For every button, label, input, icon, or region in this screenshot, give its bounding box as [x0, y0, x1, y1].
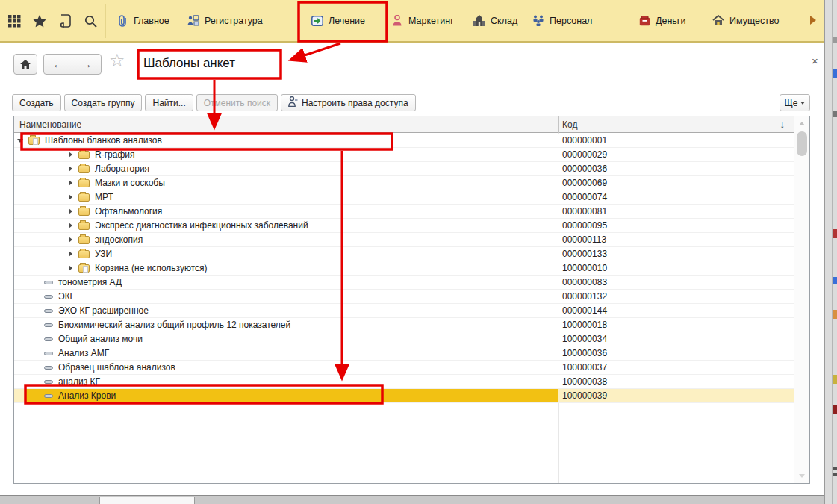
table-row[interactable]: Мазки и соскобы000000069 [14, 176, 794, 190]
toolbar-button[interactable]: Найти... [145, 94, 193, 111]
table-row[interactable]: анализ КГ100000038 [14, 375, 794, 389]
table-row[interactable]: Анализ АМГ100000036 [14, 346, 794, 361]
row-name: Корзина (не используются) [95, 263, 208, 273]
row-code: 000000001 [562, 135, 607, 146]
expand-triangle-icon[interactable] [69, 265, 72, 271]
toolbar-button[interactable]: Создать группу [64, 94, 143, 111]
toolbar-button-label: Создать [19, 98, 54, 108]
table-row[interactable]: Лаборатория000000036 [14, 162, 794, 176]
expand-triangle-icon[interactable] [69, 208, 72, 214]
table-row[interactable]: эндоскопия000000113 [14, 233, 794, 247]
edge-marker [833, 405, 837, 414]
back-button[interactable]: ← [44, 55, 72, 74]
code-cell: 100000038 [558, 375, 794, 388]
table-row[interactable]: Биохимический анализ общий профиль 12 по… [14, 318, 794, 332]
column-header-code[interactable]: Код [562, 119, 577, 130]
expand-triangle-icon[interactable] [69, 223, 72, 228]
sort-direction-icon[interactable]: ↓ [780, 119, 785, 130]
list-item-icon [44, 394, 53, 398]
folder-icon [28, 137, 40, 145]
table-row[interactable]: МРТ000000074 [14, 190, 794, 205]
topbar-tab[interactable]: Регистратура [187, 0, 263, 41]
code-cell: 100000039 [558, 389, 794, 402]
code-cell: 100000036 [558, 346, 794, 360]
code-cell: 000000095 [558, 219, 794, 232]
caret-down-icon [800, 102, 805, 105]
edge-marker [833, 229, 837, 238]
scrollbar-thumb[interactable] [797, 131, 807, 156]
toolbar-button-label: Отменить поиск [204, 98, 270, 108]
table-row[interactable]: ЭКГ000000132 [14, 290, 794, 304]
row-name: Общий анализ мочи [58, 334, 143, 344]
table-row[interactable]: ЭХО КГ расширенное000000144 [14, 304, 794, 318]
name-cell: Образец шаблона анализов [14, 361, 558, 374]
home-button[interactable] [13, 54, 37, 75]
code-cell: 100000010 [558, 261, 794, 275]
apps-grid-icon[interactable] [7, 13, 22, 28]
row-name: УЗИ [95, 249, 112, 259]
toolbar-button[interactable]: Создать [12, 94, 61, 111]
table-row-selected[interactable]: Анализ Крови100000039 [14, 389, 794, 403]
name-cell: Анализ АМГ [14, 346, 558, 360]
close-icon[interactable]: × [812, 55, 818, 67]
row-code: 100000018 [562, 320, 607, 330]
table-row[interactable]: Общий анализ мочи100000034 [14, 332, 794, 346]
topbar-tab[interactable]: Лечение [311, 0, 365, 41]
row-code: 000000036 [562, 164, 607, 174]
row-name: Анализ Крови [58, 391, 116, 401]
table-row[interactable]: тонометрия АД000000083 [14, 276, 794, 290]
name-cell: ЭХО КГ расширенное [14, 304, 558, 317]
table-row[interactable]: R-графия000000029 [14, 148, 794, 162]
expand-triangle-icon[interactable] [69, 194, 72, 200]
table-row[interactable]: Корзина (не используются)100000010 [14, 261, 794, 276]
scroll-down-icon[interactable] [799, 474, 805, 478]
name-cell: анализ КГ [14, 375, 558, 388]
topbar-tab[interactable]: Деньги [638, 0, 685, 41]
row-name: Лаборатория [95, 164, 149, 174]
expand-triangle-icon[interactable] [69, 152, 72, 158]
collapse-triangle-icon[interactable] [17, 139, 23, 143]
topbar-tab[interactable]: Склад [473, 0, 517, 41]
scroll-up-icon[interactable] [799, 122, 805, 125]
row-code: 100000036 [562, 348, 607, 358]
code-cell: 100000037 [558, 361, 794, 374]
expand-triangle-icon[interactable] [69, 180, 72, 186]
taskbar-active-window-button[interactable] [99, 497, 195, 504]
tabs-overflow-arrow-icon[interactable] [810, 16, 816, 25]
staff-icon [532, 15, 544, 27]
expand-triangle-icon[interactable] [69, 237, 72, 243]
row-code: 100000034 [562, 334, 607, 344]
code-cell: 000000074 [558, 190, 794, 204]
favorite-star-icon[interactable]: ☆ [109, 52, 125, 69]
person-access-icon [288, 96, 298, 109]
forward-button[interactable]: → [72, 55, 101, 74]
vertical-scrollbar[interactable] [794, 116, 809, 483]
expand-triangle-icon[interactable] [69, 166, 72, 172]
name-cell: УЗИ [14, 247, 558, 261]
favorites-star-icon[interactable] [32, 13, 47, 28]
topbar-tab[interactable]: Персонал [532, 0, 592, 41]
row-code: 100000010 [562, 263, 607, 273]
toolbar-button[interactable]: Настроить права доступа [281, 94, 416, 111]
table-body: Шаблоны бланков анализов000000001R-графи… [14, 134, 794, 403]
table-row[interactable]: Образец шаблона анализов100000037 [14, 361, 794, 375]
code-cell: 100000034 [558, 332, 794, 346]
table-row[interactable]: Офтальмология000000081 [14, 205, 794, 219]
column-header-name[interactable]: Наименование [19, 119, 81, 130]
table-row[interactable]: Шаблоны бланков анализов000000001 [14, 134, 794, 148]
topbar-tab[interactable]: Имущество [712, 0, 780, 41]
code-cell: 000000133 [558, 247, 794, 261]
code-cell: 000000081 [558, 205, 794, 218]
expand-triangle-icon[interactable] [69, 251, 72, 257]
topbar-tab[interactable]: Главное [116, 0, 169, 41]
folder-icon [78, 193, 90, 202]
row-code: 000000074 [562, 192, 607, 202]
more-button[interactable]: Ще [780, 94, 810, 111]
topbar-tab[interactable]: Маркетинг [391, 0, 454, 41]
row-code: 100000037 [562, 362, 607, 373]
row-code: 000000132 [562, 291, 607, 302]
search-icon[interactable] [83, 13, 98, 28]
history-icon[interactable] [57, 13, 72, 28]
table-row[interactable]: УЗИ000000133 [14, 247, 794, 261]
table-row[interactable]: Экспресс диагностика инфекционных заболе… [14, 219, 794, 233]
